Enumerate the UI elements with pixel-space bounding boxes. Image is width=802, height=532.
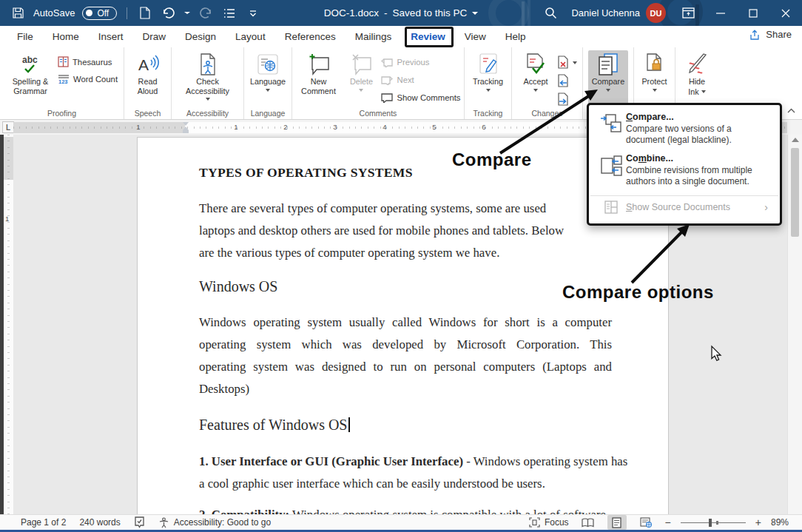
tab-references[interactable]: References [275,26,346,47]
tab-design[interactable]: Design [175,26,226,47]
search-icon[interactable] [534,0,567,26]
zoom-in-button[interactable]: + [755,516,761,528]
previous-comment-icon [381,57,393,67]
group-comments: New Comment Delete Previous Next Show Co… [292,47,465,119]
group-label-accessibility: Accessibility [172,109,243,118]
quick-access-list-icon[interactable] [221,3,237,24]
tab-insert[interactable]: Insert [89,26,133,47]
accept-icon [525,53,546,76]
chevron-down-icon [486,89,491,92]
menu-item-combine[interactable]: Combine... Combine revisions from multip… [589,153,780,195]
previous-change-icon [557,74,569,87]
close-button[interactable] [769,0,802,26]
previous-comment-button: Previous [381,53,460,70]
read-aloud-button[interactable]: A Read Aloud [127,50,169,95]
tracking-button[interactable]: Tracking [467,50,510,92]
group-label-language: Language [244,109,292,118]
vertical-ruler-number: 1 [5,215,9,223]
reject-change-button[interactable] [557,53,577,70]
group-proofing: abc Spelling & Grammar Thesaurus 123 Wor… [0,47,124,119]
ruler-number: 1 [234,123,237,131]
undo-chevron-icon[interactable] [184,12,190,14]
avatar[interactable]: DU [646,3,666,23]
maximize-button[interactable] [737,0,769,26]
compare-menu-desc: Compare two versions of a document (lega… [626,124,772,146]
previous-change-button[interactable] [557,72,577,89]
zoom-slider-thumb[interactable] [709,519,712,527]
tab-mailings[interactable]: Mailings [346,26,402,47]
spelling-grammar-button[interactable]: abc Spelling & Grammar [6,50,55,95]
show-comments-button[interactable]: Show Comments [381,89,460,106]
web-layout-button[interactable] [636,515,656,530]
hide-ink-button[interactable]: Hide Ink [678,50,715,96]
reject-change-icon [557,55,569,69]
vertical-scrollbar[interactable] [787,135,802,514]
check-accessibility-label: Check Accessibility [177,77,239,95]
scrollbar-thumb[interactable] [791,148,799,237]
chevron-down-icon [606,89,610,92]
check-accessibility-button[interactable]: Check Accessibility [175,50,241,101]
compare-button[interactable]: Compare [588,50,628,107]
word-count-button[interactable]: 123 Word Count [58,70,118,87]
scroll-up-icon[interactable] [792,138,799,142]
ribbon-display-options-icon[interactable] [672,0,704,26]
indent-markers[interactable] [182,122,189,133]
menu-item-compare[interactable]: Compare... Compare two versions of a doc… [589,112,780,153]
group-changes: Accept Changes [512,47,583,119]
read-mode-button[interactable] [579,515,598,530]
autosave-label: AutoSave [33,7,75,18]
autosave-toggle[interactable]: Off [82,7,117,20]
protect-button[interactable]: Protect [636,50,673,92]
accessibility-status[interactable]: Accessibility: Good to go [158,517,271,528]
tab-view[interactable]: View [455,26,496,47]
zoom-slider[interactable] [681,517,746,528]
compare-label: Compare [592,77,624,87]
group-accessibility: Check Accessibility Accessibility [172,47,244,119]
thesaurus-button[interactable]: Thesaurus [58,53,118,70]
new-comment-button[interactable]: New Comment [295,50,341,95]
collapse-ribbon-icon[interactable] [787,103,795,116]
share-button[interactable]: Share [750,29,792,40]
protect-icon [646,53,664,76]
print-layout-button[interactable] [607,515,627,530]
language-button[interactable]: Language [246,50,290,92]
doc-heading-main: TYPES OF OPERATING SYSTEMS [199,165,413,181]
hide-ink-label-2: Ink [688,87,698,97]
group-label-tracking: Tracking [465,109,511,118]
tab-review[interactable]: Review [401,26,455,47]
compare-menu-title: Compare... [626,112,772,122]
vertical-ruler[interactable]: 1 [4,135,13,514]
focus-button[interactable]: Focus [529,517,569,528]
new-document-icon[interactable] [137,3,153,24]
tab-layout[interactable]: Layout [226,26,275,47]
doc-text-line: operating system was designed to run on … [199,360,612,374]
customize-toolbar-chevron-icon[interactable] [245,3,261,24]
tab-help[interactable]: Help [496,26,536,47]
proofing-status-icon[interactable] [134,516,145,528]
read-aloud-label: Read Aloud [129,77,166,95]
save-icon[interactable] [10,3,26,24]
tab-stop-selector[interactable]: L [2,121,14,133]
language-icon [257,53,278,76]
protect-label: Protect [641,77,667,87]
tab-draw[interactable]: Draw [133,26,176,47]
zoom-out-button[interactable]: − [665,516,671,528]
combine-menu-desc: Combine revisions from multiple authors … [626,165,772,187]
word-count-indicator[interactable]: 240 words [79,517,120,528]
accept-button[interactable]: Accept [517,50,554,92]
tab-home[interactable]: Home [43,26,89,47]
undo-button[interactable] [161,3,177,24]
chevron-down-icon [533,89,538,92]
tab-file[interactable]: File [7,26,43,47]
next-change-button[interactable] [557,90,577,107]
redo-button [198,3,214,24]
title-bar: AutoSave Off DOC-1.docx - Saved to this … [0,0,802,26]
page-indicator[interactable]: Page 1 of 2 [21,517,66,528]
minimize-button[interactable] [704,0,737,26]
tracking-icon [479,53,498,76]
divider [127,7,127,19]
show-source-documents-icon [596,201,626,214]
zoom-level[interactable]: 89% [771,517,789,528]
group-tracking: Tracking Tracking [465,47,512,119]
user-name[interactable]: Daniel Uchenna [571,7,640,18]
